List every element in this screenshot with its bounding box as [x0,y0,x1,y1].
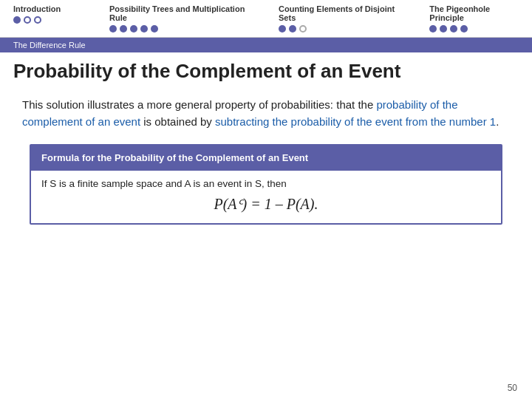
dot-1 [429,25,437,33]
nav-dots-possibility-trees [109,25,252,33]
nav-dots-introduction [13,16,83,24]
dot-2 [440,25,447,33]
intro-text-highlight2: subtracting the probability of the event… [215,115,496,128]
nav-section-pigeonhole[interactable]: The Pigeonhole Principle [416,4,532,37]
nav-section-counting-elements[interactable]: Counting Elements of Disjoint Sets [265,4,416,37]
dot-2 [24,16,31,24]
dot-3 [450,25,457,33]
dot-3 [34,16,41,24]
nav-section-introduction[interactable]: Introduction [0,4,96,37]
nav-section-pigeonhole-title: The Pigeonhole Principle [429,4,519,22]
nav-dots-pigeonhole [429,25,519,33]
nav-section-possibility-trees[interactable]: Possibility Trees and Multiplication Rul… [96,4,265,37]
dot-5 [151,25,158,33]
dot-2 [120,25,127,33]
formula-body-text: If S is a finite sample space and A is a… [41,178,491,189]
page-title-bar: Probability of the Complement of an Even… [0,52,532,86]
nav-section-introduction-title: Introduction [13,4,83,13]
intro-paragraph: This solution illustrates a more general… [22,96,510,131]
dot-4 [460,25,468,33]
intro-text-plain: This solution illustrates a more general… [22,98,376,111]
top-navigation: Introduction Possibility Trees and Multi… [0,0,532,38]
formula-header: Formula for the Probability of the Compl… [31,146,501,171]
main-content: This solution illustrates a more general… [0,86,532,232]
intro-text-end: . [496,115,499,128]
page-number: 50 [508,383,517,393]
dot-1 [279,25,286,33]
formula-equation: P(Aᶜ) = 1 – P(A). [41,195,491,213]
nav-section-counting-elements-title: Counting Elements of Disjoint Sets [279,4,403,22]
intro-text-mid: is obtained by [140,115,215,128]
dot-4 [140,25,148,33]
formula-body: If S is a finite sample space and A is a… [31,171,501,223]
breadcrumb: The Difference Rule [0,38,532,52]
formula-box: Formula for the Probability of the Compl… [30,144,502,225]
dot-1 [109,25,117,33]
dot-3 [299,25,307,33]
dot-1 [13,16,21,24]
breadcrumb-text: The Difference Rule [13,41,86,50]
dot-3 [130,25,137,33]
nav-section-possibility-trees-title: Possibility Trees and Multiplication Rul… [109,4,252,22]
nav-dots-counting-elements [279,25,403,33]
dot-2 [289,25,296,33]
page-title: Probability of the Complement of an Even… [13,60,519,83]
formula-header-text: Formula for the Probability of the Compl… [41,152,308,163]
